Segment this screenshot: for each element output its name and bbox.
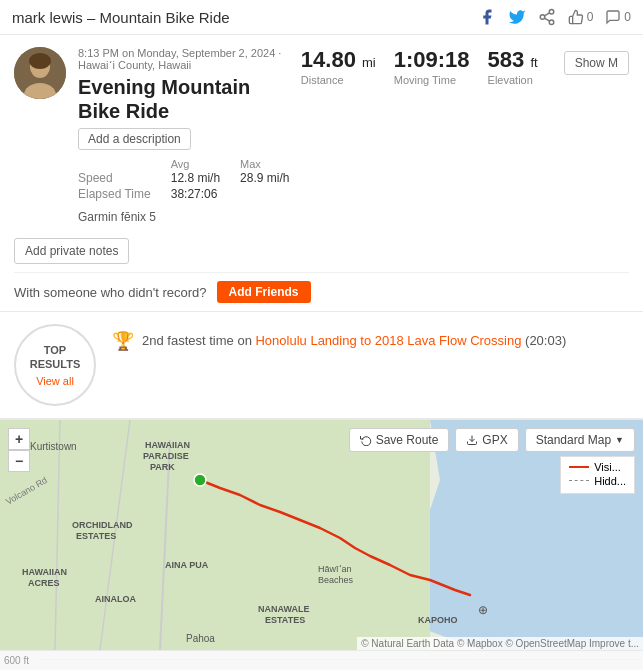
svg-line-4 — [544, 13, 549, 16]
zoom-out-button[interactable]: − — [8, 450, 30, 472]
more-stats: Avg Max Speed 12.8 mi/h 28.9 mi/h Elapse… — [14, 158, 629, 202]
stat-time: 1:09:18 Moving Time — [394, 47, 488, 86]
legend-visited: Visi... — [569, 461, 626, 473]
facebook-icon[interactable] — [478, 8, 496, 26]
page-title: mark lewis – Mountain Bike Ride — [12, 9, 230, 26]
save-route-button[interactable]: Save Route — [349, 428, 450, 452]
with-someone-label: With someone who didn't record? — [14, 285, 207, 300]
top-results-label: TOPRESULTS — [30, 343, 81, 372]
zoom-in-button[interactable]: + — [8, 428, 30, 450]
device-label: Garmin fēnix 5 — [78, 210, 629, 224]
svg-text:⊕: ⊕ — [478, 603, 488, 617]
segment-time: (20:03) — [525, 333, 566, 348]
segment-link[interactable]: Honolulu Landing to 2018 Lava Flow Cross… — [255, 333, 525, 348]
svg-text:KAPOHO: KAPOHO — [418, 615, 458, 625]
empty-col — [78, 158, 171, 170]
activity-top: 8:13 PM on Monday, September 2, 2024 · H… — [14, 47, 629, 150]
svg-point-11 — [29, 53, 51, 69]
stats-block: 14.80 mi Distance 1:09:18 Moving Time 58… — [301, 47, 629, 86]
elevation-y-labels: 600 ft 400 ft 200 ft 0 ft — [4, 655, 29, 670]
twitter-icon[interactable] — [508, 8, 526, 26]
map-section: Kurtistown HAWAIIAN PARADISE PARK ORCHID… — [0, 420, 643, 650]
add-friends-button[interactable]: Add Friends — [217, 281, 311, 303]
elevation-label: Elevation — [488, 74, 538, 86]
svg-text:NANAWALE: NANAWALE — [258, 604, 310, 614]
map-controls: + − — [8, 428, 30, 472]
svg-text:PARADISE: PARADISE — [143, 451, 189, 461]
with-someone-section: With someone who didn't record? Add Frie… — [14, 272, 629, 311]
svg-text:HAWAIIAN: HAWAIIAN — [22, 567, 67, 577]
gpx-button[interactable]: GPX — [455, 428, 518, 452]
top-results-circle: TOPRESULTS View all — [14, 324, 96, 406]
time-value: 1:09:18 — [394, 47, 470, 73]
svg-point-18 — [194, 474, 206, 486]
svg-text:ESTATES: ESTATES — [265, 615, 305, 625]
elapsed-label: Elapsed Time — [78, 186, 171, 202]
svg-text:Hāwīʻan: Hāwīʻan — [318, 564, 352, 574]
header-actions: 0 0 — [478, 8, 631, 26]
comments-icon[interactable]: 0 — [605, 9, 631, 25]
max-header: Max — [240, 158, 309, 170]
svg-point-2 — [549, 20, 554, 25]
speed-avg: 12.8 mi/h — [171, 170, 240, 186]
private-notes-button[interactable]: Add private notes — [14, 238, 129, 264]
add-description-button[interactable]: Add a description — [78, 128, 191, 150]
comments-count: 0 — [624, 10, 631, 24]
distance-label: Distance — [301, 74, 376, 86]
elevation-chart — [38, 659, 641, 670]
page-header: mark lewis – Mountain Bike Ride 0 0 — [0, 0, 643, 35]
speed-max: 28.9 mi/h — [240, 170, 309, 186]
svg-text:ACRES: ACRES — [28, 578, 60, 588]
svg-text:ESTATES: ESTATES — [76, 531, 116, 541]
map-toolbar: Save Route GPX Standard Map — [349, 428, 635, 452]
legend-hidden: Hidd... — [569, 475, 626, 487]
svg-line-3 — [544, 18, 549, 21]
svg-text:Pahoa: Pahoa — [186, 633, 215, 644]
kudos-icon[interactable]: 0 — [568, 9, 594, 25]
speed-label: Speed — [78, 170, 171, 186]
segment-rank: 2nd fastest time — [142, 333, 234, 348]
svg-text:ORCHIDLAND: ORCHIDLAND — [72, 520, 133, 530]
segment-on: on — [237, 333, 255, 348]
activity-timestamp: 8:13 PM on Monday, September 2, 2024 · H… — [78, 47, 289, 72]
svg-rect-14 — [0, 420, 430, 650]
avg-header: Avg — [171, 158, 240, 170]
distance-value: 14.80 mi — [301, 47, 376, 73]
map-legend: Visi... Hidd... — [560, 456, 635, 494]
time-label: Moving Time — [394, 74, 470, 86]
svg-text:AINALOA: AINALOA — [95, 594, 136, 604]
svg-text:Kurtistown: Kurtistown — [30, 441, 77, 452]
stat-distance: 14.80 mi Distance — [301, 47, 394, 86]
avatar — [14, 47, 66, 99]
standard-map-button[interactable]: Standard Map — [525, 428, 635, 452]
segment-text: 2nd fastest time on Honolulu Landing to … — [142, 331, 566, 351]
activity-section: 8:13 PM on Monday, September 2, 2024 · H… — [0, 35, 643, 312]
activity-title: Evening Mountain Bike Ride — [78, 75, 289, 123]
copyright-bar: © Natural Earth Data © Mapbox © OpenStre… — [357, 637, 643, 650]
svg-point-0 — [549, 10, 554, 15]
speed-row: Speed 12.8 mi/h 28.9 mi/h — [78, 170, 309, 186]
svg-text:PARK: PARK — [150, 462, 175, 472]
kudos-count: 0 — [587, 10, 594, 24]
svg-point-1 — [540, 15, 545, 20]
map-svg: Kurtistown HAWAIIAN PARADISE PARK ORCHID… — [0, 420, 643, 650]
y-label-600: 600 ft — [4, 655, 29, 666]
activity-info: 8:13 PM on Monday, September 2, 2024 · H… — [78, 47, 289, 150]
elapsed-row: Elapsed Time 38:27:06 — [78, 186, 309, 202]
share-icon[interactable] — [538, 8, 556, 26]
show-more-button[interactable]: Show M — [564, 51, 629, 75]
svg-text:AINA PUA: AINA PUA — [165, 560, 209, 570]
stat-elevation: 583 ft Elevation — [488, 47, 556, 86]
results-section: TOPRESULTS View all 🏆 2nd fastest time o… — [0, 312, 643, 420]
map-background: Kurtistown HAWAIIAN PARADISE PARK ORCHID… — [0, 420, 643, 650]
elapsed-value: 38:27:06 — [171, 186, 240, 202]
trophy-icon: 🏆 — [112, 330, 134, 352]
view-all-button[interactable]: View all — [36, 375, 74, 387]
elevation-section: 600 ft 400 ft 200 ft 0 ft 0.0 mi 2.0 mi … — [0, 650, 643, 670]
svg-text:HAWAIIAN: HAWAIIAN — [145, 440, 190, 450]
svg-text:Beaches: Beaches — [318, 575, 354, 585]
segment-result: 🏆 2nd fastest time on Honolulu Landing t… — [112, 324, 566, 352]
elevation-value: 583 ft — [488, 47, 538, 73]
